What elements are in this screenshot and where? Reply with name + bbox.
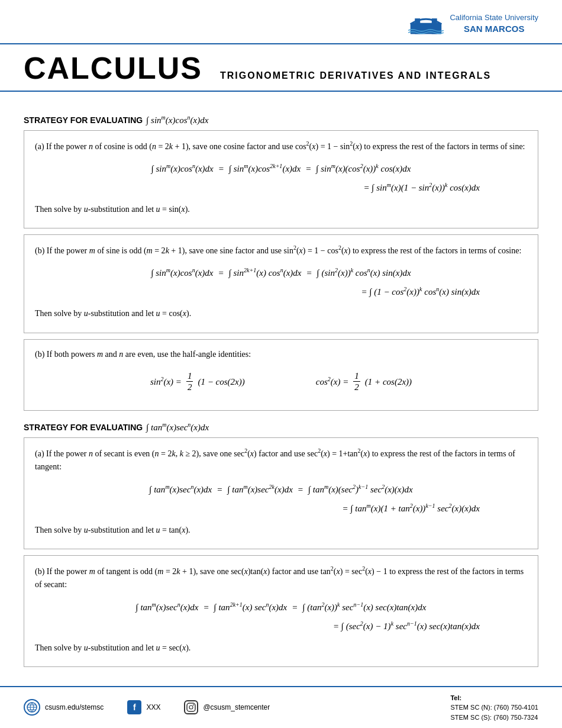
section1-box-c: (b) If both powers m and n are even, use…	[24, 339, 538, 411]
title-row: CALCULUS TRIGONOMETRIC DERIVATIVES AND I…	[0, 44, 562, 92]
facebook-handle: XXX	[146, 703, 160, 711]
box-a-then: Then solve by u-substitution and let u =…	[35, 203, 527, 216]
half-angle-identities: sin2(x) = 12 (1 − cos(2x)) cos2(x) = 12 …	[35, 371, 527, 392]
svg-rect-7	[187, 703, 195, 711]
page-subtitle: TRIGONOMETRIC DERIVATIVES AND INTEGRALS	[220, 70, 491, 83]
box-a-equations: ∫ sinm(x)cosn(x)dx = ∫ sinm(x)cos2k+1(x)…	[35, 162, 527, 195]
sec-box-b-intro: (b) If the power m of tangent is odd (m …	[35, 564, 527, 591]
section1-box-b: (b) If the power m of sine is odd (m = 2…	[24, 234, 538, 333]
footer-facebook: f XXX	[127, 700, 160, 714]
svg-point-9	[193, 704, 194, 706]
box-b-then: Then solve by u-substitution and let u =…	[35, 307, 527, 320]
main-content: STRATEGY FOR EVALUATING ∫ sinm(x)cosn(x)…	[0, 92, 562, 685]
sec-box-a-intro: (a) If the power n of secant is even (n …	[35, 446, 527, 473]
box-c-intro: (b) If both powers m and n are even, use…	[35, 348, 527, 361]
page-title: CALCULUS	[24, 50, 202, 86]
csusm-logo	[408, 11, 444, 37]
sec-box-b-then: Then solve by u-substitution and let u =…	[35, 642, 527, 655]
logo-area: California State University SAN MARCOS	[408, 11, 538, 37]
university-name: California State University SAN MARCOS	[450, 13, 538, 34]
box-b-intro: (b) If the power m of sine is odd (m = 2…	[35, 243, 527, 257]
section2-header: STRATEGY FOR EVALUATING ∫ tanm(x)secn(x)…	[24, 421, 538, 433]
sec-box-b-equations: ∫ tanm(x)secn(x)dx = ∫ tan2k+1(x) secn(x…	[35, 600, 527, 633]
sec-box-a-then: Then solve by u-substitution and let u =…	[35, 524, 527, 537]
facebook-icon: f	[127, 700, 141, 714]
section2-box-b: (b) If the power m of tangent is odd (m …	[24, 555, 538, 667]
svg-point-8	[189, 706, 193, 709]
section2-box-a: (a) If the power n of secant is even (n …	[24, 437, 538, 549]
section1-box-a: (a) If the power n of cosine is odd (n =…	[24, 130, 538, 228]
footer-contact: Tel: STEM SC (N): (760) 750-4101 STEM SC…	[450, 693, 538, 723]
section1-header: STRATEGY FOR EVALUATING ∫ sinm(x)cosn(x)…	[24, 114, 538, 125]
footer-website: csusm.edu/stemsc	[24, 699, 104, 716]
instagram-handle: @csusm_stemcenter	[203, 703, 270, 711]
instagram-icon	[184, 700, 198, 714]
sec-box-a-equations: ∫ tanm(x)secn(x)dx = ∫ tanm(x)sec2k(x)dx…	[35, 482, 527, 516]
footer: csusm.edu/stemsc f XXX @csusm_stemcenter…	[0, 686, 562, 729]
header: California State University SAN MARCOS	[0, 0, 562, 44]
footer-instagram: @csusm_stemcenter	[184, 700, 270, 714]
website-url: csusm.edu/stemsc	[45, 703, 104, 711]
box-b-equations: ∫ sinm(x)cosn(x)dx = ∫ sin2k+1(x) cosn(x…	[35, 266, 527, 299]
box-a-intro: (a) If the power n of cosine is odd (n =…	[35, 139, 527, 153]
web-icon	[24, 699, 40, 716]
